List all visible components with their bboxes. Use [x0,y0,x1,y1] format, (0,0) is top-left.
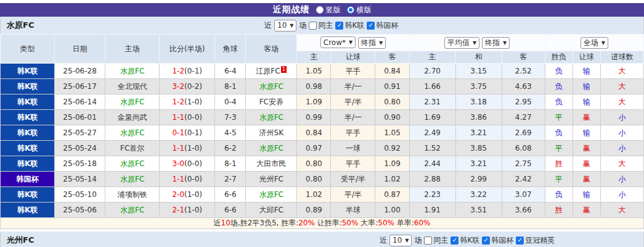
euro-away-odds-cell: 2.95 [502,94,545,110]
asian-handicap-cell: 半球 [331,203,375,218]
score-cell: 1-2(0-1) [160,64,215,79]
result-goals-cell: 小 [600,172,643,187]
league-filter-checkbox-0[interactable]: ✓韩K联 [335,20,364,31]
corner-cell: 7-3 [215,110,246,125]
result-handicap-cell: 输 [573,94,600,110]
result-wl-cell: 胜 [545,156,573,172]
away-team-link[interactable]: 水原FC [259,190,283,199]
home-team-cell: 水原FC [105,203,160,218]
euro-away-odds-cell: 2.75 [502,156,545,172]
chevron-down-icon: ▼ [290,23,293,28]
league-cell: 韩K联 [1,64,55,79]
league-filter-checkbox-2[interactable]: ✓亚冠精英 [516,235,555,246]
halftime-score: (1-0) [184,190,202,199]
away-team-link[interactable]: 水原FC [259,113,283,122]
halftime-score: (0-0) [184,175,202,183]
match-count-value: 10 [277,21,287,30]
results-table: 类型 日期 主场 比分(半场) 角球 客场 Crow* ▼ 终指 ▼ [0,34,644,218]
checkbox-checked-icon[interactable]: ✓ [516,237,524,245]
date-cell: 25-05-14 [55,172,105,187]
euro-stage-select[interactable]: 终指 ▼ [482,37,510,49]
away-team-link[interactable]: 水原FC [259,82,283,91]
corner-cell: 8-1 [215,79,246,94]
result-handicap-cell: 输 [573,64,600,79]
asian-handicap-cell: 半/一 [331,79,375,94]
away-team-link[interactable]: 济州SK [259,128,284,137]
match-count-select[interactable]: 10▼ [274,20,296,31]
asian-away-odds-cell: 0.92 [375,141,409,156]
league-filter-checkbox-1[interactable]: ✓韩国杯 [367,20,398,31]
checkbox-checked-icon[interactable]: ✓ [450,237,459,245]
fulltime-score: 2-1 [172,206,184,214]
chevron-down-icon: ▼ [601,40,605,46]
asian-odds-group-header: Crow* ▼ 终指 ▼ [297,35,409,51]
score-cell: 2-1(1-0) [160,203,215,218]
asian-stage-select-value: 终指 [361,38,376,48]
home-team-link[interactable]: 水原FC [120,128,144,137]
result-scope-select[interactable]: 全场 ▼ [581,37,608,49]
euro-away-odds-cell: 2.69 [502,125,545,141]
asian-company-select[interactable]: Crow* ▼ [320,36,356,48]
fulltime-score: 1-1 [172,113,184,122]
away-team-cell: 大邱FC [246,203,297,218]
league-filter-checkbox-2-label: 亚冠精英 [525,235,555,246]
home-team-link[interactable]: 水原FC [120,67,144,75]
subcol-euro-draw: 和 [455,51,502,64]
home-team-link[interactable]: 金泉尚武 [118,113,147,122]
same-home-checkbox[interactable]: 同主 [424,235,448,246]
checkbox-checked-icon[interactable]: ✓ [335,22,343,30]
asian-home-odds-cell: 0.98 [297,79,331,94]
euro-odds-group-header: 平均值 ▼ 终指 ▼ [409,35,545,51]
home-team-link[interactable]: FC首尔 [120,144,144,153]
corner-cell: 4-5 [215,125,246,141]
score-cell: 3-2(0-2) [160,79,215,94]
result-wl-cell: 负 [545,79,573,94]
home-team-link[interactable]: 水原FC [120,175,144,183]
away-team-link[interactable]: 水原FC [259,144,283,153]
radio-selected-icon[interactable] [347,6,354,14]
summary-segment: 大率: [358,219,378,227]
asian-home-odds-cell: 0.97 [297,141,331,156]
home-team-link[interactable]: 水原FC [120,159,144,168]
summary-segment: 10 [221,219,230,227]
corner-cell: 6-6 [215,203,246,218]
halftime-score: (1-0) [184,206,202,214]
checkbox-checked-icon[interactable]: ✓ [482,237,490,245]
match-row: 韩国杯25-05-14水原FC1-1(0-0)2-7光州FC0.80受平/半1.… [1,172,644,187]
same-home-checkbox-label: 同主 [318,20,333,31]
summary-segment: 让胜率: [315,219,342,227]
euro-away-odds-cell: 4.27 [502,110,545,125]
home-team-link[interactable]: 全北现代 [118,82,147,91]
home-team-link[interactable]: 浦项制铁 [118,190,147,199]
away-team-link[interactable]: 光州FC [259,175,283,183]
league-cell: 韩K联 [1,125,55,141]
same-home-checkbox[interactable]: 同主 [309,20,333,31]
away-team-link[interactable]: FC安养 [259,98,283,106]
summary-segment: 20% [298,219,315,227]
result-handicap-cell: 赢 [573,203,600,218]
away-team-link[interactable]: 江原FC [256,67,280,75]
league-filter-checkbox-0[interactable]: ✓韩K联 [450,235,479,246]
asian-handicap-cell: 半/一 [331,110,375,125]
checkbox-unchecked-icon[interactable] [424,237,432,245]
match-row: 韩K联25-06-28水原FC1-2(0-1)6-4江原FC11.05平手0.8… [1,64,644,79]
away-team-link[interactable]: 大邱FC [259,206,283,214]
match-count-select[interactable]: 10▼ [389,235,412,246]
asian-handicap-cell: 平/半 [331,94,375,110]
layout-option-horizontal[interactable]: 横版 [347,5,372,15]
away-team-link[interactable]: 大田市民 [256,159,286,168]
match-row: 韩K联25-05-27水原FC0-1(0-1)4-5济州SK0.84平手1.05… [1,125,644,141]
asian-stage-select[interactable]: 终指 ▼ [358,37,386,49]
euro-company-select[interactable]: 平均值 ▼ [444,37,479,49]
layout-option-vertical[interactable]: 竖版 [316,5,341,15]
home-team-link[interactable]: 水原FC [120,206,144,214]
league-filter-checkbox-1[interactable]: ✓韩国杯 [482,235,513,246]
chevron-down-icon: ▼ [379,40,383,46]
radio-unselected-icon[interactable] [316,6,324,14]
home-team-link[interactable]: 水原FC [120,98,144,106]
league-cell: 韩K联 [1,187,55,203]
asian-home-odds-cell: 1.02 [297,187,331,203]
layout-option-horizontal-label: 横版 [357,5,372,15]
checkbox-checked-icon[interactable]: ✓ [367,22,375,30]
checkbox-unchecked-icon[interactable] [309,22,317,30]
